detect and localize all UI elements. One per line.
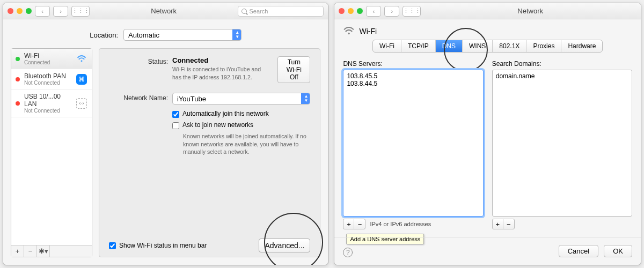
sidebar-item-label: Bluetooth PAN	[24, 72, 71, 80]
tab-wifi[interactable]: Wi-Fi	[373, 40, 401, 52]
sheet-title: Wi-Fi	[359, 27, 377, 35]
wifi-icon	[343, 27, 355, 35]
status-dot-icon	[16, 77, 20, 81]
back-button[interactable]: ‹	[35, 6, 50, 17]
advanced-button[interactable]: Advanced...	[259, 239, 310, 252]
traffic-lights	[339, 8, 363, 14]
sidebar-item-status: Connected	[24, 59, 71, 65]
ethernet-icon: ‹·›	[76, 98, 87, 109]
dns-addremove: + −	[343, 219, 365, 229]
list-item[interactable]: domain.name	[496, 72, 628, 80]
zoom-icon[interactable]	[357, 8, 363, 14]
sidebar-item-status: Not Connected	[24, 108, 71, 114]
location-select[interactable]: Automatic ▲▼	[123, 29, 241, 41]
checkbox-input[interactable]	[172, 122, 179, 129]
interface-details: Status: Connected Wi-Fi is connected to …	[99, 48, 320, 257]
show-all-button[interactable]: ⋮⋮⋮	[402, 6, 421, 17]
checkbox-label: Automatically join this network	[182, 110, 269, 117]
network-name-select[interactable]: iYouTube ▲▼	[172, 93, 310, 105]
add-domain-button[interactable]: +	[493, 219, 503, 229]
checkbox-label: Ask to join new networks	[182, 121, 253, 129]
sidebar-footer: + − ✱▾	[11, 245, 92, 257]
list-item[interactable]: 103.8.44.5	[347, 80, 479, 87]
dns-servers-list[interactable]: 103.8.45.5 103.8.44.5	[343, 70, 483, 217]
back-button[interactable]: ‹	[366, 6, 381, 17]
status-dot-icon	[16, 101, 20, 106]
cancel-button[interactable]: Cancel	[559, 245, 598, 257]
search-icon	[241, 9, 247, 14]
close-icon[interactable]	[339, 8, 345, 14]
tab-proxies[interactable]: Proxies	[526, 40, 561, 52]
show-status-label: Show Wi-Fi status in menu bar	[119, 242, 207, 249]
tab-dns[interactable]: DNS	[436, 40, 463, 52]
remove-dns-button[interactable]: −	[354, 219, 365, 229]
search-placeholder: Search	[249, 8, 268, 14]
titlebar: ‹ › ⋮⋮⋮ Network Search	[3, 3, 328, 19]
svg-point-1	[348, 33, 350, 35]
close-icon[interactable]	[8, 8, 13, 14]
tab-wins[interactable]: WINS	[463, 40, 493, 52]
dns-hint: IPv4 or IPv6 addresses	[370, 221, 431, 227]
ask-join-checkbox[interactable]: Ask to join new networks	[172, 121, 310, 129]
network-window-main: ‹ › ⋮⋮⋮ Network Search Location: Automat…	[3, 3, 328, 265]
status-label: Status:	[109, 56, 168, 65]
help-button[interactable]: ?	[343, 248, 353, 257]
network-window-advanced: ‹ › ⋮⋮⋮ Network Wi-Fi Wi-Fi TCP/IP DNS W…	[334, 3, 641, 265]
wifi-icon	[76, 53, 87, 65]
search-input[interactable]: Search	[238, 6, 324, 17]
location-label: Location:	[90, 31, 118, 39]
titlebar: ‹ › ⋮⋮⋮ Network	[334, 3, 641, 19]
window-title: Network	[424, 7, 636, 15]
turn-wifi-off-button[interactable]: Turn Wi-Fi Off	[277, 56, 310, 83]
sidebar-item-bluetooth[interactable]: Bluetooth PAN Not Connected ⌘	[11, 69, 92, 90]
status-hint: Wi-Fi is connected to iYouTube and has t…	[172, 65, 261, 81]
checkbox-input[interactable]	[172, 111, 179, 118]
status-value: Connected	[172, 56, 261, 64]
tabs: Wi-Fi TCP/IP DNS WINS 802.1X Proxies Har…	[372, 40, 603, 53]
svg-point-0	[81, 60, 83, 62]
network-name-value: iYouTube	[177, 95, 206, 103]
tab-tcpip[interactable]: TCP/IP	[401, 40, 436, 52]
ask-join-hint: Known networks will be joined automatica…	[183, 132, 310, 156]
sheet-header: Wi-Fi	[343, 27, 632, 35]
show-status-checkbox[interactable]	[109, 242, 116, 249]
dns-servers-label: DNS Servers:	[343, 60, 483, 68]
window-title: Network	[93, 7, 235, 15]
add-dns-button[interactable]: +	[343, 219, 354, 229]
sidebar-item-status: Not Connected	[24, 80, 71, 86]
network-name-label: Network Name:	[109, 93, 168, 102]
forward-button[interactable]: ›	[53, 6, 68, 17]
remove-domain-button[interactable]: −	[503, 219, 514, 229]
sidebar-item-usb-lan[interactable]: USB 10/...00 LAN Not Connected ‹·›	[11, 90, 92, 117]
domains-addremove: + −	[492, 219, 515, 229]
add-interface-button[interactable]: +	[11, 245, 24, 257]
sidebar-item-wifi[interactable]: Wi-Fi Connected	[11, 49, 92, 69]
location-value: Automatic	[128, 31, 159, 39]
minimize-icon[interactable]	[17, 8, 23, 14]
remove-interface-button[interactable]: −	[24, 245, 37, 257]
minimize-icon[interactable]	[348, 8, 354, 14]
list-item[interactable]: 103.8.45.5	[347, 72, 479, 80]
status-dot-icon	[16, 57, 20, 61]
zoom-icon[interactable]	[26, 8, 32, 14]
auto-join-checkbox[interactable]: Automatically join this network	[172, 110, 310, 118]
search-domains-label: Search Domains:	[492, 60, 632, 68]
sidebar-item-label: Wi-Fi	[24, 52, 71, 59]
sidebar-item-label: USB 10/...00 LAN	[24, 93, 71, 108]
search-domains-list[interactable]: domain.name	[492, 70, 632, 217]
tab-8021x[interactable]: 802.1X	[493, 40, 526, 52]
traffic-lights	[8, 8, 32, 14]
forward-button[interactable]: ›	[384, 6, 399, 17]
show-all-button[interactable]: ⋮⋮⋮	[71, 6, 90, 17]
ok-button[interactable]: OK	[604, 245, 632, 257]
bluetooth-icon: ⌘	[76, 74, 87, 85]
interfaces-sidebar: Wi-Fi Connected Bluetooth PAN Not Connec…	[11, 48, 92, 257]
tab-hardware[interactable]: Hardware	[561, 40, 602, 52]
location-row: Location: Automatic ▲▼	[3, 19, 328, 48]
actions-menu-button[interactable]: ✱▾	[37, 245, 50, 257]
